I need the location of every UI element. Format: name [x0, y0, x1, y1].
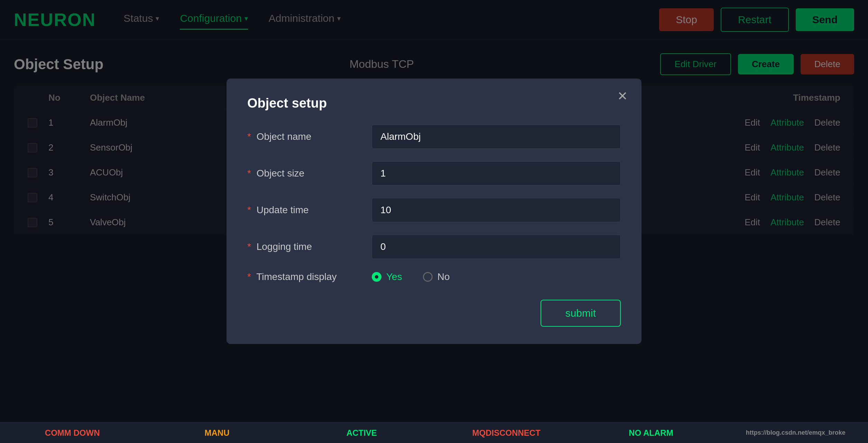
object-size-input[interactable] — [372, 161, 621, 186]
radio-no-circle — [423, 272, 433, 282]
form-row-object-name: * Object name — [247, 125, 621, 149]
update-time-label: * Update time — [247, 205, 372, 216]
radio-yes-circle — [372, 272, 381, 282]
required-star-name: * — [247, 131, 251, 142]
status-active: ACTIVE — [289, 428, 434, 438]
status-no-alarm: NO ALARM — [579, 428, 723, 438]
status-comm-down: COMM DOWN — [0, 428, 145, 438]
status-mqdisconnect: MQDISCONNECT — [434, 428, 579, 438]
form-row-timestamp: * Timestamp display Yes No — [247, 271, 621, 282]
timestamp-display-label: * Timestamp display — [247, 271, 372, 282]
form-row-logging-time: * Logging time — [247, 235, 621, 259]
required-star-timestamp: * — [247, 271, 251, 282]
logging-time-label: * Logging time — [247, 241, 372, 252]
update-time-input[interactable] — [372, 198, 621, 222]
modal-close-button[interactable]: ✕ — [617, 89, 628, 103]
status-bar: COMM DOWN MANU ACTIVE MQDISCONNECT NO AL… — [0, 422, 868, 443]
radio-no[interactable]: No — [423, 271, 450, 282]
status-url: https://blog.csdn.net/emqx_broke — [723, 429, 868, 436]
status-manu: MANU — [145, 428, 289, 438]
required-star-update: * — [247, 205, 251, 215]
form-row-update-time: * Update time — [247, 198, 621, 222]
radio-yes-label: Yes — [386, 271, 402, 282]
radio-yes[interactable]: Yes — [372, 271, 402, 282]
object-setup-modal: Object setup ✕ * Object name * Object si… — [227, 79, 641, 344]
modal-footer: submit — [247, 300, 621, 327]
modal-title: Object setup — [247, 96, 621, 111]
form-row-object-size: * Object size — [247, 161, 621, 186]
object-name-label: * Object name — [247, 131, 372, 142]
modal-overlay: Object setup ✕ * Object name * Object si… — [0, 0, 868, 422]
required-star-logging: * — [247, 241, 251, 252]
object-name-input[interactable] — [372, 125, 621, 149]
submit-button[interactable]: submit — [541, 300, 621, 327]
required-star-size: * — [247, 168, 251, 179]
timestamp-radio-group: Yes No — [372, 271, 450, 282]
radio-no-label: No — [437, 271, 450, 282]
logging-time-input[interactable] — [372, 235, 621, 259]
object-size-label: * Object size — [247, 168, 372, 179]
